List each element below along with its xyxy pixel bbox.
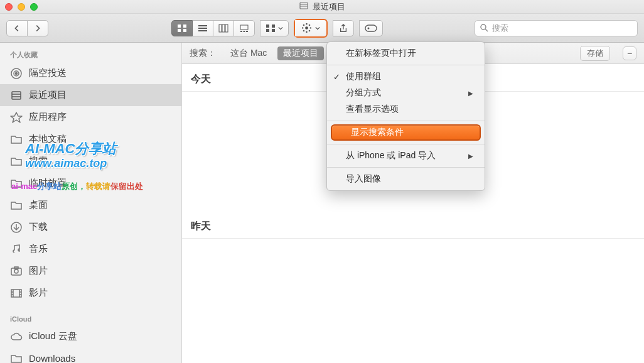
search-label: 搜索：: [190, 48, 216, 59]
action-menu-button-highlighted: [294, 19, 328, 38]
sidebar-item-label: 搜索: [29, 155, 48, 167]
menu-separator: [327, 121, 485, 121]
search-placeholder: 搜索: [492, 23, 508, 34]
sidebar-item-music[interactable]: 音乐: [0, 238, 181, 260]
svg-rect-13: [240, 25, 248, 30]
svg-rect-20: [272, 29, 275, 32]
sidebar-item-temp[interactable]: 临时放置: [0, 172, 181, 194]
group-by-button[interactable]: [260, 20, 289, 36]
forward-button[interactable]: [28, 20, 48, 36]
folder-icon: [10, 352, 23, 364]
downloads-icon: [10, 221, 23, 234]
menu-separator: [327, 167, 485, 168]
sidebar-item-applications[interactable]: 应用程序: [0, 106, 181, 128]
scope-this-mac[interactable]: 这台 Mac: [225, 46, 272, 60]
svg-rect-29: [12, 92, 21, 99]
window-title: 最近项目: [0, 1, 644, 13]
group-by-button-group: [260, 20, 289, 36]
cloud-icon: [10, 330, 23, 343]
recents-icon: [299, 1, 309, 13]
svg-point-23: [368, 27, 370, 29]
sidebar-item-label: 应用程序: [29, 111, 67, 123]
sidebar-item-label: 下载: [29, 221, 48, 233]
sidebar-item-label: Downloads: [29, 353, 75, 363]
menu-view-options[interactable]: 查看显示选项: [327, 101, 485, 117]
window-title-text: 最近项目: [313, 1, 345, 13]
svg-rect-11: [222, 24, 225, 32]
svg-rect-15: [244, 31, 245, 32]
svg-rect-6: [183, 29, 186, 32]
submenu-arrow-icon: ▶: [468, 90, 473, 97]
favorites-header: 个人收藏: [0, 46, 181, 62]
gallery-view-button[interactable]: [234, 20, 255, 36]
save-search-button[interactable]: 存储: [580, 46, 610, 61]
menu-import-image[interactable]: 导入图像: [327, 171, 485, 187]
sidebar-item-label: 图片: [29, 265, 48, 277]
sidebar-item-label: iCloud 云盘: [29, 330, 77, 342]
folder-icon: [10, 155, 23, 168]
action-menu-button[interactable]: [295, 20, 326, 36]
menu-open-new-tab[interactable]: 在新标签页中打开: [327, 45, 485, 62]
svg-rect-5: [178, 29, 181, 32]
folder-icon: [10, 177, 23, 190]
scope-recents[interactable]: 最近项目: [277, 46, 324, 60]
svg-rect-16: [246, 31, 248, 32]
icloud-header: iCloud: [0, 312, 181, 325]
remove-criteria-button[interactable]: −: [623, 46, 636, 60]
music-icon: [10, 243, 23, 256]
search-icon: [480, 24, 488, 32]
sidebar-item-pictures[interactable]: 图片: [0, 260, 181, 282]
zoom-window-button[interactable]: [30, 3, 38, 11]
sidebar-item-search[interactable]: 搜索: [0, 150, 181, 172]
column-view-button[interactable]: [213, 20, 234, 36]
svg-rect-3: [178, 24, 181, 28]
tags-button[interactable]: [359, 20, 383, 36]
svg-point-21: [305, 26, 308, 30]
applications-icon: [10, 111, 23, 124]
sidebar-item-icloud-downloads[interactable]: Downloads: [0, 347, 181, 363]
window-controls: [5, 3, 38, 11]
svg-rect-10: [219, 24, 222, 32]
sidebar-item-airdrop[interactable]: 隔空投送: [0, 62, 181, 84]
menu-import-ios[interactable]: 从 iPhone 或 iPad 导入▶: [327, 148, 485, 164]
icon-view-button[interactable]: [171, 20, 193, 36]
minimize-window-button[interactable]: [18, 3, 25, 11]
menu-show-search-criteria[interactable]: 显示搜索条件: [331, 124, 481, 141]
list-view-button[interactable]: [193, 20, 213, 36]
sidebar-item-label: 隔空投送: [29, 67, 67, 79]
svg-rect-12: [225, 24, 228, 32]
svg-rect-18: [272, 24, 275, 28]
search-field[interactable]: 搜索: [475, 20, 638, 36]
sidebar-item-label: 本地文稿: [29, 133, 67, 145]
close-window-button[interactable]: [5, 3, 13, 11]
view-mode-buttons: [171, 20, 255, 36]
svg-rect-22: [365, 25, 377, 31]
menu-group-by[interactable]: 分组方式▶: [327, 85, 485, 101]
share-button[interactable]: [333, 20, 354, 36]
svg-line-25: [485, 29, 488, 31]
sidebar-item-label: 影片: [29, 287, 48, 299]
sidebar-item-desktop[interactable]: 桌面: [0, 194, 181, 216]
sidebar-item-movies[interactable]: 影片: [0, 282, 181, 304]
folder-icon: [10, 199, 23, 212]
sidebar-item-icloud-drive[interactable]: iCloud 云盘: [0, 325, 181, 347]
checkmark-icon: ✓: [333, 72, 340, 82]
svg-point-28: [16, 72, 18, 74]
movies-icon: [10, 287, 23, 300]
menu-use-groups[interactable]: ✓使用群组: [327, 68, 485, 85]
sidebar-item-recents[interactable]: 最近项目: [0, 84, 181, 106]
svg-rect-17: [266, 24, 269, 28]
action-context-menu: 在新标签页中打开 ✓使用群组 分组方式▶ 查看显示选项 显示搜索条件 从 iPh…: [326, 41, 485, 191]
sidebar-item-label: 桌面: [29, 199, 48, 211]
svg-rect-19: [266, 29, 269, 32]
sidebar-item-label: 临时放置: [29, 177, 67, 189]
back-button[interactable]: [6, 20, 28, 36]
svg-rect-4: [183, 24, 186, 28]
sidebar-item-documents[interactable]: 本地文稿: [0, 128, 181, 150]
sidebar-item-label: 音乐: [29, 243, 48, 255]
sidebar-item-downloads[interactable]: 下载: [0, 216, 181, 238]
svg-point-24: [481, 24, 486, 30]
sidebar: 个人收藏 隔空投送 最近项目 应用程序 本地文稿 搜索: [0, 43, 182, 363]
toolbar: 搜索: [0, 14, 644, 43]
menu-separator: [327, 144, 485, 144]
